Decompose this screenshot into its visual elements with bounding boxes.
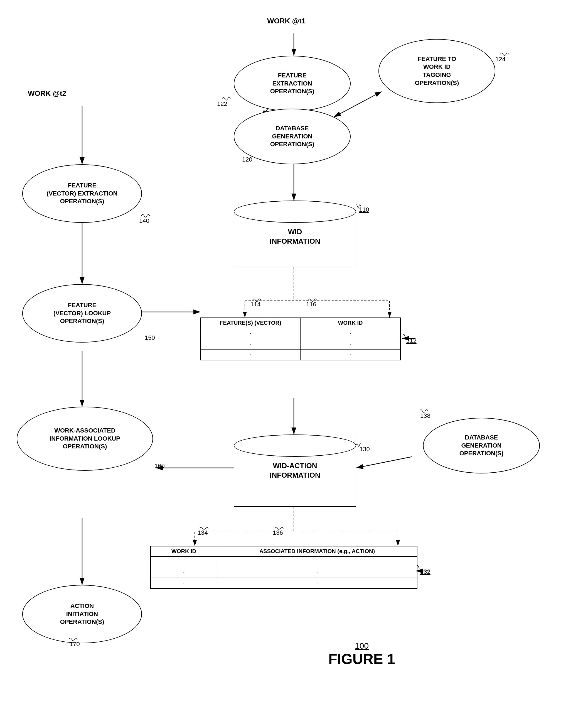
wid-action-label: WID-ACTIONINFORMATION: [234, 446, 356, 496]
wid-table-body: · · · · · ·: [201, 328, 400, 360]
feature-to-work-id-ellipse: FEATURE TOWORK IDTAGGINGOPERATION(S): [378, 39, 495, 103]
wid-row2-col1: ·: [201, 339, 300, 349]
wid-table-col1-header: FEATURE(S) (VECTOR): [201, 318, 300, 328]
ref-squiggle-138: [420, 408, 431, 450]
ref-squiggle-136: [275, 526, 286, 531]
database-generation-top-ref: 120: [242, 156, 252, 163]
wid-action-table: WORK ID ASSOCIATED INFORMATION (e.g., AC…: [150, 546, 417, 589]
figure-title: FIGURE 1: [306, 650, 417, 667]
figure-ref: 100: [306, 641, 417, 650]
ref-squiggle-130: [356, 442, 362, 448]
feature-vector-extraction-ellipse: FEATURE(VECTOR) EXTRACTIONOPERATION(S): [22, 164, 142, 223]
ref-squiggle-122: [222, 96, 233, 102]
act-row1-col2: ·: [217, 557, 417, 567]
ref-squiggle-170: [69, 637, 80, 642]
ref-squiggle-114: [253, 298, 264, 303]
wid-action-table-body: · · · · · ·: [151, 557, 417, 588]
ref-squiggle-110: [356, 203, 361, 209]
wid-row1-col1: ·: [201, 328, 300, 339]
svg-line-16: [356, 457, 412, 468]
act-row1-col1: ·: [151, 557, 217, 567]
act-row2-col1: ·: [151, 567, 217, 578]
act-row3-col2: ·: [217, 578, 417, 588]
table-row: · ·: [201, 328, 400, 339]
wid-row3-col2: ·: [300, 349, 400, 360]
act-row2-col2: ·: [217, 567, 417, 578]
act-row3-col1: ·: [151, 578, 217, 588]
table-row: · ·: [151, 567, 417, 578]
database-generation-bottom-ellipse: DATABASEGENERATIONOPERATION(S): [423, 418, 540, 474]
wid-action-table-col1-header: WORK ID: [151, 546, 217, 556]
table-row: · ·: [151, 578, 417, 588]
work-at-t1-label: WORK @t1: [267, 17, 306, 25]
table-132-arrow: [415, 567, 431, 575]
wid-action-table-col2-header: ASSOCIATED INFORMATION (e.g., ACTION): [217, 546, 417, 556]
feature-extraction-ellipse: FEATUREEXTRACTIONOPERATION(S): [234, 56, 351, 112]
action-initiation-ellipse: ACTIONINITIATIONOPERATION(S): [22, 585, 142, 643]
ref-squiggle-124: [500, 52, 511, 57]
table-112-arrow: [401, 334, 417, 343]
figure-label: 100 FIGURE 1: [306, 641, 417, 667]
ref-squiggle-134: [200, 526, 211, 531]
wid-row2-col2: ·: [300, 339, 400, 349]
wid-action-table-header: WORK ID ASSOCIATED INFORMATION (e.g., AC…: [151, 546, 417, 557]
work-associated-lookup-ellipse: WORK-ASSOCIATEDINFORMATION LOOKUPOPERATI…: [17, 407, 153, 471]
feature-vector-lookup-ellipse: FEATURE(VECTOR) LOOKUPOPERATION(S): [22, 284, 142, 343]
feature-vector-lookup-ref: 150: [145, 334, 155, 341]
wid-table: FEATURE(S) (VECTOR) WORK ID · · · · · ·: [201, 318, 401, 360]
diagram-container: WORK @t1 WORK @t2 FEATUREEXTRACTIONOPERA…: [0, 0, 588, 723]
table-row: · ·: [201, 339, 400, 349]
wid-information-label: WIDINFORMATION: [234, 217, 356, 256]
work-at-t2-label: WORK @t2: [28, 89, 66, 98]
table-row: · ·: [201, 349, 400, 360]
ref-squiggle-140: [141, 213, 152, 219]
ref-squiggle-116: [308, 298, 319, 339]
work-associated-lookup-ref: 160: [154, 462, 165, 469]
table-row: · ·: [151, 557, 417, 567]
wid-table-header: FEATURE(S) (VECTOR) WORK ID: [201, 318, 400, 328]
wid-row3-col1: ·: [201, 349, 300, 360]
